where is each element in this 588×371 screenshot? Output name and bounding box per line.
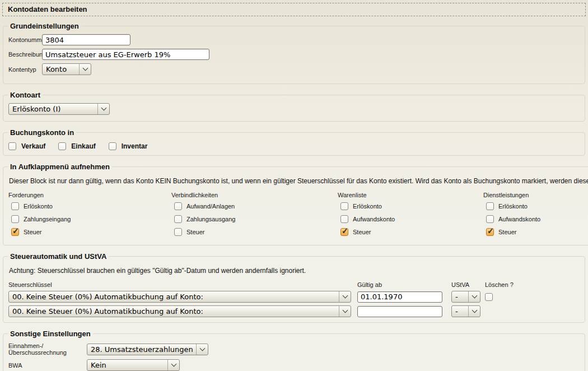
beschreibung-row: Beschreibung <box>8 49 580 60</box>
section-buchungskonto-legend: Buchungskonto in <box>8 128 76 137</box>
chevron-down-icon <box>342 293 348 299</box>
ustva-select-1[interactable]: - <box>451 291 480 303</box>
warenliste-aufwandskonto-checkbox[interactable] <box>340 215 348 223</box>
euer-select[interactable]: 28. Umsatzsteuerzahlungen <box>87 344 208 355</box>
dienstleistungen-aufwandskonto-checkbox[interactable] <box>486 215 494 223</box>
verbindlichkeiten-steuer-checkbox[interactable] <box>174 228 182 236</box>
chevron-down-icon <box>82 66 88 71</box>
steuerautomatik-warning: Achtung: Steuerschlüssel brauchen ein gü… <box>9 267 579 275</box>
gueltig-ab-column-header: Gültig ab <box>357 281 447 288</box>
steuerschluessel-column-header: Steuerschlüssel <box>8 281 353 288</box>
loeschen-column-header: Löschen ? <box>485 281 580 288</box>
dienstleistungen-steuer-checkbox[interactable] <box>486 228 494 236</box>
forderungen-erloeskonto-checkbox[interactable] <box>11 202 19 210</box>
kontentyp-row: Kontentyp Konto <box>8 63 580 75</box>
section-steuerautomatik-legend: Steuerautomatik und UStVA <box>8 252 109 261</box>
ustva-column-header: UStVA <box>451 281 480 288</box>
chevron-down-icon <box>171 361 176 367</box>
gueltig-ab-input-2[interactable] <box>357 306 442 317</box>
warenliste-steuer-checkbox[interactable] <box>340 228 348 236</box>
section-grundeinstellungen-legend: Grundeinstellungen <box>8 22 81 30</box>
column-verbindlichkeiten: Verbindlichkeiten Aufwand/Anlagen Zahlun… <box>171 192 333 240</box>
kontoart-select[interactable]: Erlöskonto (I) <box>8 103 110 115</box>
column-header: Verbindlichkeiten <box>171 192 333 198</box>
gueltig-ab-input-1[interactable] <box>357 291 442 303</box>
chevron-down-icon <box>472 308 477 313</box>
forderungen-steuer-checkbox[interactable] <box>11 228 19 236</box>
chevron-down-icon <box>199 345 205 351</box>
inventar-label: Inventar <box>122 142 148 150</box>
inventar-checkbox[interactable] <box>109 142 116 150</box>
verkauf-checkbox[interactable] <box>8 142 16 150</box>
steuerschluessel-select-2[interactable]: 00. Keine Steuer (0%) Automatikbuchung a… <box>8 305 351 317</box>
column-header: Forderungen <box>8 192 167 198</box>
verbindlichkeiten-aufwand-anlagen-checkbox[interactable] <box>174 202 182 210</box>
loeschen-checkbox-1[interactable] <box>485 293 493 301</box>
section-sonstige: Sonstige Einstellungen Einnahmen-/Übersc… <box>3 330 585 371</box>
kontonummer-input[interactable] <box>42 34 130 45</box>
beschreibung-input[interactable] <box>42 49 209 60</box>
column-header: Dienstleistungen <box>483 192 588 198</box>
bwa-label: BWA <box>8 362 87 369</box>
aufklappmenu-description: Dieser Block ist nur dann gültig, wenn d… <box>9 177 588 185</box>
warenliste-erloeskonto-checkbox[interactable] <box>340 202 348 210</box>
kontonummer-label: Kontonummer <box>8 36 42 43</box>
beschreibung-label: Beschreibung <box>8 51 42 58</box>
chevron-down-icon <box>342 308 348 313</box>
section-sonstige-legend: Sonstige Einstellungen <box>8 330 93 338</box>
column-forderungen: Forderungen Erlöskonto Zahlungseingang S… <box>8 192 167 240</box>
section-steuerautomatik: Steuerautomatik und UStVA Achtung: Steue… <box>3 252 585 323</box>
ustva-select-2[interactable]: - <box>451 305 480 317</box>
bwa-select[interactable]: Kein <box>87 359 180 371</box>
verkauf-label: Verkauf <box>21 142 45 150</box>
kontentyp-label: Kontentyp <box>8 66 42 73</box>
steuerschluessel-select-1[interactable]: 00. Keine Steuer (0%) Automatikbuchung a… <box>8 291 351 303</box>
dienstleistungen-erloeskonto-checkbox[interactable] <box>486 202 494 210</box>
forderungen-zahlungseingang-checkbox[interactable] <box>11 215 19 223</box>
column-header: Warenliste <box>338 192 479 198</box>
page-title: Kontodaten bearbeiten <box>2 3 586 16</box>
section-grundeinstellungen: Grundeinstellungen Kontonummer Beschreib… <box>3 22 585 84</box>
einkauf-label: Einkauf <box>71 142 95 150</box>
section-buchungskonto: Buchungskonto in Verkauf Einkauf Inventa… <box>3 128 585 156</box>
section-kontoart-legend: Kontoart <box>8 91 43 99</box>
kontonummer-row: Kontonummer <box>8 34 580 45</box>
kontentyp-select[interactable]: Konto <box>42 63 91 75</box>
chevron-down-icon <box>472 293 477 299</box>
section-kontoart: Kontoart Erlöskonto (I) <box>3 91 585 122</box>
chevron-down-icon <box>101 105 106 111</box>
einkauf-checkbox[interactable] <box>58 142 66 150</box>
verbindlichkeiten-zahlungsausgang-checkbox[interactable] <box>174 215 182 223</box>
column-warenliste: Warenliste Erlöskonto Aufwandskonto Steu… <box>338 192 479 240</box>
euer-label: Einnahmen-/Überschussrechnung <box>8 342 87 356</box>
section-aufklappmenu-legend: In Aufklappmenü aufnehmen <box>8 163 112 171</box>
section-aufklappmenu: In Aufklappmenü aufnehmen Dieser Block i… <box>3 163 588 245</box>
column-dienstleistungen: Dienstleistungen Erlöskonto Aufwandskont… <box>483 192 588 240</box>
